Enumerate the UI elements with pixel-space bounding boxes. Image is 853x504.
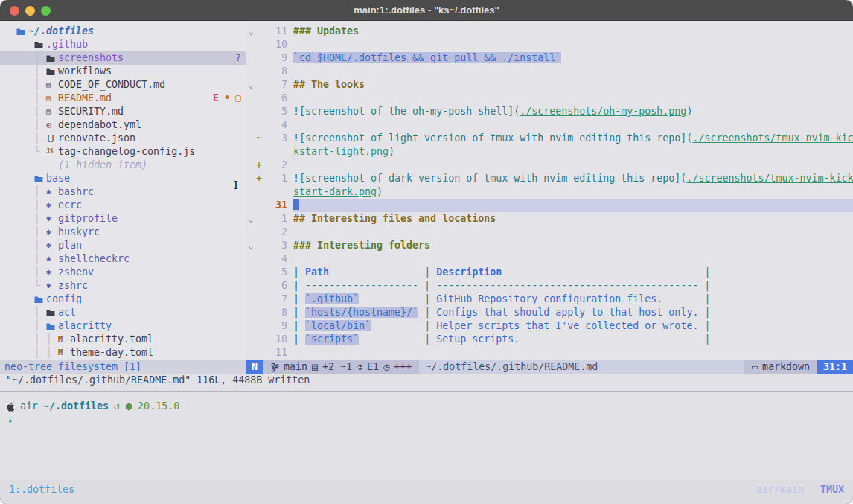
tree-item[interactable]: └ ✱zshrc [0, 279, 246, 293]
editor-line[interactable]: 10| `scripts` | Setup scripts. | [246, 333, 853, 346]
tree-item[interactable]: ~/.dotfiles [0, 25, 246, 38]
editor-pane[interactable]: ⌄11### Updates109`cd $HOME/.dotfiles && … [246, 21, 853, 360]
tree-item[interactable]: │ workflows [0, 65, 246, 78]
tree-item[interactable]: (1 hidden item) [0, 159, 246, 172]
line-text [293, 346, 853, 360]
tree-item[interactable]: │ ✱ecrc [0, 199, 246, 212]
tree-item[interactable]: │ ⚙dependabot.yml [0, 118, 246, 132]
mouse-ibeam-cursor: I [234, 180, 238, 191]
folder-open-icon [46, 322, 55, 331]
editor-line[interactable]: ⌄1## Interesting files and locations [246, 212, 853, 226]
line-number: 31 [266, 199, 287, 212]
tree-item[interactable]: └ JStag-changelog-config.js [0, 145, 246, 159]
minimize-button[interactable] [25, 6, 35, 16]
tree-item[interactable]: │ ▤README.mdE•▢ [0, 92, 246, 105]
editor-line[interactable]: +2 [246, 159, 853, 172]
tree-item-label: screenshots [58, 51, 124, 65]
neotree-statusline: neo-tree filesystem [1] [0, 360, 246, 374]
fold-marker [246, 92, 256, 105]
tree-item[interactable]: │ screenshots? [0, 51, 246, 65]
fold-marker[interactable]: ⌄ [246, 78, 256, 92]
editor-line[interactable]: kstart-light.png) [246, 145, 853, 159]
line-number: 10 [266, 38, 287, 51]
folder-open-icon [34, 296, 43, 304]
tree-item[interactable]: │ alacritty [0, 319, 246, 333]
pane-divider [0, 391, 853, 392]
tree-item[interactable]: │ ✱bashrc [0, 185, 246, 199]
star-file-icon: ✱ [46, 185, 51, 199]
editor-line[interactable]: 6| ------------------- | ---------------… [246, 279, 853, 293]
statusline-filepath: ~/.dotfiles/.github/README.md [419, 360, 744, 374]
prompt-arrow[interactable]: ➜ [6, 415, 853, 428]
gitsign [256, 306, 266, 319]
fold-marker[interactable]: ⌄ [246, 239, 256, 252]
tree-item[interactable]: │ ▤CODE_OF_CONDUCT.md [0, 78, 246, 92]
editor-line[interactable]: ⌄7## The looks [246, 78, 853, 92]
zoom-button[interactable] [41, 6, 51, 16]
editor-line[interactable]: 5| Path | Description | [246, 266, 853, 279]
tree-item-label: .github [46, 38, 88, 51]
editor-line[interactable]: 9`cd $HOME/.dotfiles && git pull && ./in… [246, 51, 853, 65]
tree-item-label: act [58, 306, 76, 319]
tmux-window-tab[interactable]: 1:.dotfiles [9, 484, 74, 495]
tree-item-badge: ▢ [235, 92, 241, 105]
editor-line[interactable]: ~3![screenshot of light version of tmux … [246, 132, 853, 145]
editor-line[interactable]: 4 [246, 118, 853, 132]
tree-item[interactable]: │ │ Mtheme-day.toml [0, 346, 246, 360]
star-file-icon: ✱ [46, 212, 51, 226]
tree-item-label: config [46, 293, 82, 306]
line-text [293, 252, 853, 266]
tree-item[interactable]: │ ✱huskyrc [0, 226, 246, 239]
tree-item[interactable]: │ ✱gitprofile [0, 212, 246, 226]
tree-guides: │ [16, 185, 46, 199]
editor-statusline: N main ▤+2 ~1 ⚗E1 ◷+++ ~/.dotfiles/.gith… [246, 360, 853, 374]
editor-line[interactable]: 2 [246, 226, 853, 239]
close-button[interactable] [10, 6, 19, 16]
tree-item-label: ecrc [58, 199, 82, 212]
editor-line[interactable]: 8| `hosts/{hostname}/` | Configs that sh… [246, 306, 853, 319]
editor-line[interactable]: +1![screenshot of dark version of tmux w… [246, 172, 853, 185]
tree-item-label: gitprofile [58, 212, 118, 226]
tree-guides [16, 159, 46, 172]
tree-item[interactable]: base [0, 172, 246, 185]
toml-icon: M [58, 333, 63, 346]
fold-marker [246, 266, 256, 279]
tree-guides: └ [16, 145, 46, 159]
tree-item[interactable]: config [0, 293, 246, 306]
editor-line[interactable]: 4 [246, 252, 853, 266]
tree-guides: │ [16, 319, 46, 333]
tree-item[interactable]: .github [0, 38, 246, 51]
line-number: 2 [266, 159, 287, 172]
editor-line[interactable]: 6 [246, 92, 853, 105]
tree-item[interactable]: │ ✱zshenv [0, 266, 246, 279]
tree-guides: │ [16, 199, 46, 212]
diagnostics-icon: ⚗ [357, 360, 362, 374]
editor-current-line[interactable]: 31 [246, 199, 853, 212]
fold-marker [246, 306, 256, 319]
tree-item[interactable]: │ act [0, 306, 246, 319]
markdown-file-icon: ▤ [46, 105, 51, 118]
fold-marker [246, 51, 256, 65]
tree-item[interactable]: │ ✱plan [0, 239, 246, 252]
fold-marker [246, 346, 256, 360]
editor-line[interactable]: 11 [246, 346, 853, 360]
fold-marker [246, 38, 256, 51]
editor-line[interactable]: 8 [246, 65, 853, 78]
editor-line[interactable]: ⌄11### Updates [246, 25, 853, 38]
fold-marker[interactable]: ⌄ [246, 212, 256, 226]
shell-pane[interactable]: air ~/.dotfiles ↺ 20.15.0 ➜ [0, 387, 853, 480]
line-number: 5 [266, 105, 287, 118]
editor-line[interactable]: 7| `.github` | GitHub Repository configu… [246, 293, 853, 306]
fold-marker [246, 105, 256, 118]
editor-line[interactable]: 10 [246, 38, 853, 51]
editor-line[interactable]: ⌄3### Interesting folders [246, 239, 853, 252]
editor-line[interactable]: 5![screenshot of the oh-my-posh shell](.… [246, 105, 853, 118]
terminal-window: main:1:.dotfiles - "ks~/.dotfiles" ~/.do… [0, 0, 853, 504]
fold-marker[interactable]: ⌄ [246, 25, 256, 38]
editor-line[interactable]: start-dark.png) [246, 185, 853, 199]
editor-line[interactable]: 9| `local/bin` | Helper scripts that I'v… [246, 319, 853, 333]
tree-item[interactable]: │ {}renovate.json [0, 132, 246, 145]
tree-item[interactable]: │ ✱shellcheckrc [0, 252, 246, 266]
tree-item[interactable]: │ │ Malacritty.toml [0, 333, 246, 346]
tree-item[interactable]: │ ▤SECURITY.md [0, 105, 246, 118]
